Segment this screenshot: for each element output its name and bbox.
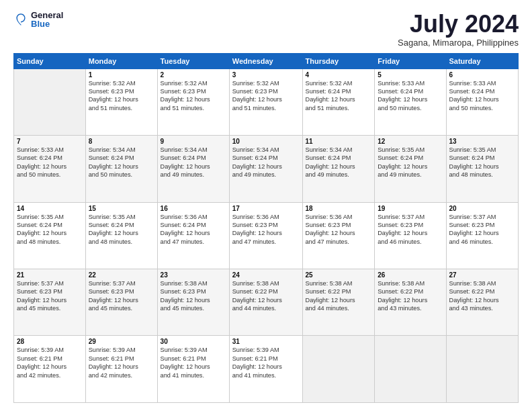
cell-content: Sunrise: 5:33 AM Sunset: 6:24 PM Dayligh… bbox=[378, 79, 443, 113]
header-row: SundayMondayTuesdayWednesdayThursdayFrid… bbox=[14, 53, 519, 68]
day-number: 28 bbox=[17, 338, 83, 345]
calendar-cell: 24Sunrise: 5:38 AM Sunset: 6:22 PM Dayli… bbox=[229, 269, 302, 336]
calendar-cell: 20Sunrise: 5:37 AM Sunset: 6:23 PM Dayli… bbox=[446, 202, 519, 269]
day-number: 13 bbox=[449, 138, 516, 145]
day-number: 15 bbox=[89, 205, 154, 212]
calendar-cell: 26Sunrise: 5:38 AM Sunset: 6:22 PM Dayli… bbox=[375, 269, 446, 336]
calendar-cell: 8Sunrise: 5:34 AM Sunset: 6:24 PM Daylig… bbox=[85, 136, 157, 202]
cell-content: Sunrise: 5:38 AM Sunset: 6:22 PM Dayligh… bbox=[449, 279, 516, 313]
day-number: 9 bbox=[161, 138, 226, 145]
calendar-cell: 14Sunrise: 5:35 AM Sunset: 6:24 PM Dayli… bbox=[14, 202, 86, 269]
day-number: 26 bbox=[378, 271, 443, 279]
calendar-cell: 13Sunrise: 5:35 AM Sunset: 6:24 PM Dayli… bbox=[446, 136, 519, 202]
day-number: 20 bbox=[449, 205, 516, 212]
day-number: 23 bbox=[161, 271, 226, 279]
day-number: 17 bbox=[232, 205, 300, 212]
calendar-cell: 6Sunrise: 5:33 AM Sunset: 6:24 PM Daylig… bbox=[446, 68, 519, 135]
day-number: 6 bbox=[449, 71, 516, 79]
week-row-2: 14Sunrise: 5:35 AM Sunset: 6:24 PM Dayli… bbox=[14, 202, 519, 269]
cell-content: Sunrise: 5:35 AM Sunset: 6:24 PM Dayligh… bbox=[89, 213, 154, 246]
day-number: 11 bbox=[306, 138, 372, 145]
calendar-cell: 9Sunrise: 5:34 AM Sunset: 6:24 PM Daylig… bbox=[157, 136, 229, 202]
cell-content: Sunrise: 5:33 AM Sunset: 6:24 PM Dayligh… bbox=[17, 146, 83, 179]
calendar-cell: 25Sunrise: 5:38 AM Sunset: 6:22 PM Dayli… bbox=[302, 269, 375, 336]
calendar-cell: 30Sunrise: 5:39 AM Sunset: 6:21 PM Dayli… bbox=[157, 336, 229, 403]
calendar-cell: 4Sunrise: 5:32 AM Sunset: 6:24 PM Daylig… bbox=[302, 68, 375, 135]
day-number: 21 bbox=[17, 271, 83, 279]
week-row-3: 21Sunrise: 5:37 AM Sunset: 6:23 PM Dayli… bbox=[14, 269, 519, 336]
calendar-cell: 1Sunrise: 5:32 AM Sunset: 6:23 PM Daylig… bbox=[85, 68, 157, 135]
cell-content: Sunrise: 5:38 AM Sunset: 6:22 PM Dayligh… bbox=[306, 279, 372, 313]
week-row-1: 7Sunrise: 5:33 AM Sunset: 6:24 PM Daylig… bbox=[14, 136, 519, 202]
day-number: 19 bbox=[378, 205, 443, 212]
day-header-thursday: Thursday bbox=[302, 53, 375, 68]
day-header-tuesday: Tuesday bbox=[157, 53, 229, 68]
day-number: 12 bbox=[378, 138, 443, 145]
calendar-cell: 2Sunrise: 5:32 AM Sunset: 6:23 PM Daylig… bbox=[157, 68, 229, 135]
calendar-cell: 7Sunrise: 5:33 AM Sunset: 6:24 PM Daylig… bbox=[14, 136, 86, 202]
day-number: 22 bbox=[89, 271, 154, 279]
day-header-saturday: Saturday bbox=[446, 53, 519, 68]
calendar-cell bbox=[446, 336, 519, 403]
logo: General Blue bbox=[13, 11, 63, 28]
calendar-cell bbox=[14, 68, 86, 135]
cell-content: Sunrise: 5:32 AM Sunset: 6:24 PM Dayligh… bbox=[306, 79, 372, 113]
cell-content: Sunrise: 5:34 AM Sunset: 6:24 PM Dayligh… bbox=[161, 146, 226, 179]
day-header-friday: Friday bbox=[375, 53, 446, 68]
calendar-cell: 15Sunrise: 5:35 AM Sunset: 6:24 PM Dayli… bbox=[85, 202, 157, 269]
calendar-cell: 10Sunrise: 5:34 AM Sunset: 6:24 PM Dayli… bbox=[229, 136, 302, 202]
logo-blue-text: Blue bbox=[31, 19, 63, 28]
day-number: 16 bbox=[161, 205, 226, 212]
cell-content: Sunrise: 5:34 AM Sunset: 6:24 PM Dayligh… bbox=[232, 146, 300, 179]
cell-content: Sunrise: 5:38 AM Sunset: 6:22 PM Dayligh… bbox=[232, 279, 300, 313]
day-number: 18 bbox=[306, 205, 372, 212]
day-number: 30 bbox=[161, 338, 226, 345]
cell-content: Sunrise: 5:38 AM Sunset: 6:22 PM Dayligh… bbox=[378, 279, 443, 313]
cell-content: Sunrise: 5:37 AM Sunset: 6:23 PM Dayligh… bbox=[378, 213, 443, 246]
calendar-cell: 5Sunrise: 5:33 AM Sunset: 6:24 PM Daylig… bbox=[375, 68, 446, 135]
cell-content: Sunrise: 5:36 AM Sunset: 6:23 PM Dayligh… bbox=[232, 213, 300, 246]
cell-content: Sunrise: 5:33 AM Sunset: 6:24 PM Dayligh… bbox=[449, 79, 516, 113]
calendar-cell: 19Sunrise: 5:37 AM Sunset: 6:23 PM Dayli… bbox=[375, 202, 446, 269]
subtitle: Sagana, Mimaropa, Philippines bbox=[398, 38, 519, 48]
day-number: 10 bbox=[232, 138, 300, 145]
calendar-table: SundayMondayTuesdayWednesdayThursdayFrid… bbox=[13, 53, 519, 403]
cell-content: Sunrise: 5:34 AM Sunset: 6:24 PM Dayligh… bbox=[89, 146, 154, 179]
day-header-monday: Monday bbox=[85, 53, 157, 68]
day-number: 8 bbox=[89, 138, 154, 145]
day-number: 3 bbox=[232, 71, 300, 79]
calendar-cell: 29Sunrise: 5:39 AM Sunset: 6:21 PM Dayli… bbox=[85, 336, 157, 403]
cell-content: Sunrise: 5:35 AM Sunset: 6:24 PM Dayligh… bbox=[17, 213, 83, 246]
day-number: 2 bbox=[161, 71, 226, 79]
calendar-cell: 16Sunrise: 5:36 AM Sunset: 6:24 PM Dayli… bbox=[157, 202, 229, 269]
day-number: 29 bbox=[89, 338, 154, 345]
cell-content: Sunrise: 5:34 AM Sunset: 6:24 PM Dayligh… bbox=[306, 146, 372, 179]
calendar-cell: 17Sunrise: 5:36 AM Sunset: 6:23 PM Dayli… bbox=[229, 202, 302, 269]
calendar-cell: 22Sunrise: 5:37 AM Sunset: 6:23 PM Dayli… bbox=[85, 269, 157, 336]
day-number: 24 bbox=[232, 271, 300, 279]
cell-content: Sunrise: 5:36 AM Sunset: 6:24 PM Dayligh… bbox=[161, 213, 226, 246]
calendar-cell: 23Sunrise: 5:38 AM Sunset: 6:23 PM Dayli… bbox=[157, 269, 229, 336]
calendar-cell: 27Sunrise: 5:38 AM Sunset: 6:22 PM Dayli… bbox=[446, 269, 519, 336]
day-number: 14 bbox=[17, 205, 83, 212]
day-header-sunday: Sunday bbox=[14, 53, 86, 68]
cell-content: Sunrise: 5:35 AM Sunset: 6:24 PM Dayligh… bbox=[449, 146, 516, 179]
cell-content: Sunrise: 5:35 AM Sunset: 6:24 PM Dayligh… bbox=[378, 146, 443, 179]
day-number: 4 bbox=[306, 71, 372, 79]
calendar-cell: 3Sunrise: 5:32 AM Sunset: 6:23 PM Daylig… bbox=[229, 68, 302, 135]
day-number: 5 bbox=[378, 71, 443, 79]
day-number: 7 bbox=[17, 138, 83, 145]
cell-content: Sunrise: 5:39 AM Sunset: 6:21 PM Dayligh… bbox=[89, 346, 154, 379]
week-row-4: 28Sunrise: 5:39 AM Sunset: 6:21 PM Dayli… bbox=[14, 336, 519, 403]
main-title: July 2024 bbox=[398, 11, 519, 38]
logo-text: General Blue bbox=[31, 11, 63, 28]
day-number: 25 bbox=[306, 271, 372, 279]
calendar-cell: 11Sunrise: 5:34 AM Sunset: 6:24 PM Dayli… bbox=[302, 136, 375, 202]
day-header-wednesday: Wednesday bbox=[229, 53, 302, 68]
calendar-cell: 28Sunrise: 5:39 AM Sunset: 6:21 PM Dayli… bbox=[14, 336, 86, 403]
cell-content: Sunrise: 5:36 AM Sunset: 6:23 PM Dayligh… bbox=[306, 213, 372, 246]
cell-content: Sunrise: 5:39 AM Sunset: 6:21 PM Dayligh… bbox=[161, 346, 226, 379]
header: General Blue July 2024 Sagana, Mimaropa,… bbox=[13, 11, 519, 48]
cell-content: Sunrise: 5:39 AM Sunset: 6:21 PM Dayligh… bbox=[232, 346, 300, 379]
page: General Blue July 2024 Sagana, Mimaropa,… bbox=[0, 0, 532, 411]
